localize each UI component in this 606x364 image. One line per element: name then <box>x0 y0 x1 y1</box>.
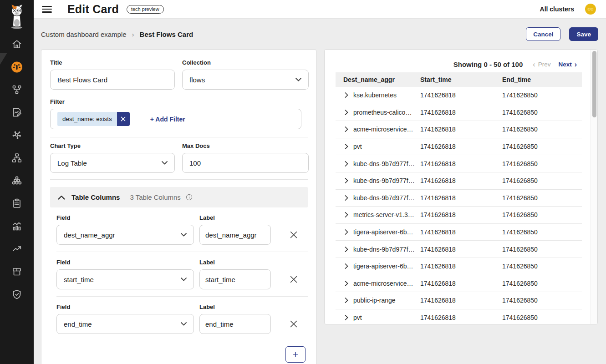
next-page-button[interactable]: Next › <box>558 61 577 68</box>
table-row[interactable]: kube-dns-9b7d977f… 1741626818 1741626850 <box>336 241 582 258</box>
sitemap-icon[interactable] <box>11 152 23 164</box>
chevron-down-icon <box>181 233 187 237</box>
calico-cat-logo[interactable] <box>5 4 29 30</box>
table-row[interactable]: pvt 1741626818 1741626850 <box>336 309 582 324</box>
close-icon <box>290 231 297 238</box>
chevron-down-icon <box>162 161 168 165</box>
collection-select[interactable]: flows <box>182 70 309 90</box>
add-column-button[interactable]: + <box>285 346 306 363</box>
topbar: Edit Card tech preview All clusters CC <box>34 0 606 19</box>
table-row[interactable]: kube-dns-9b7d977f… 1741626818 1741626850 <box>336 172 582 190</box>
table-row[interactable]: prometheus-calico… 1741626818 1741626850 <box>336 104 582 121</box>
max-docs-input[interactable]: 100 <box>182 153 309 173</box>
sidebar-active-wedge <box>0 53 7 65</box>
chevron-right-icon[interactable] <box>345 92 348 98</box>
hamburger-menu-icon[interactable] <box>42 6 52 13</box>
box-icon[interactable] <box>11 266 23 278</box>
end-time-value: 1741626850 <box>502 160 582 167</box>
label-input[interactable]: dest_name_aggr <box>199 225 271 245</box>
chevron-right-icon[interactable] <box>345 178 348 183</box>
card-editor-panel: Title Best Flows Card Collection flows F… <box>41 49 316 364</box>
start-time-value: 1741626818 <box>420 126 502 133</box>
chevron-right-icon: › <box>575 61 577 68</box>
breadcrumb-parent[interactable]: Custom dashboard example <box>41 30 127 38</box>
bar-chart-icon[interactable] <box>11 220 23 232</box>
avatar[interactable]: CC <box>585 4 596 15</box>
column-header-dest-name-aggr[interactable]: Dest_name_aggr <box>336 76 420 83</box>
start-time-value: 1741626818 <box>420 228 502 236</box>
start-time-value: 1741626818 <box>420 246 502 253</box>
table-body: kse.kubernetes 1741626818 1741626850 pro… <box>336 87 582 324</box>
title-input[interactable]: Best Flows Card <box>50 70 175 90</box>
filter-input[interactable]: dest_name: exists + Add Filter <box>50 109 301 129</box>
table-row[interactable]: kube-dns-9b7d977f… 1741626818 1741626850 <box>336 190 582 207</box>
chevron-right-icon[interactable] <box>345 247 348 252</box>
field-select[interactable]: dest_name_aggr <box>56 225 194 245</box>
table-row[interactable]: tigera-apiserver-6b… 1741626818 17416268… <box>336 224 582 241</box>
report-edit-icon[interactable] <box>11 106 23 118</box>
table-row[interactable]: kube-dns-9b7d977f… 1741626818 1741626850 <box>336 155 582 172</box>
chevron-right-icon[interactable] <box>345 281 348 286</box>
chevron-right-icon[interactable] <box>345 110 348 115</box>
end-time-value: 1741626850 <box>502 228 582 236</box>
tech-preview-badge: tech preview <box>127 5 164 14</box>
column-header-start-time[interactable]: Start_time <box>420 76 502 83</box>
table-row[interactable]: acme-microservice… 1741626818 1741626850 <box>336 275 582 293</box>
clipboard-icon[interactable] <box>11 197 23 209</box>
table-row[interactable]: kse.kubernetes 1741626818 1741626850 <box>336 87 582 104</box>
chevron-right-icon[interactable] <box>345 229 348 235</box>
save-button[interactable]: Save <box>569 27 598 41</box>
trend-arrow-icon[interactable] <box>11 243 23 255</box>
start-time-value: 1741626818 <box>420 177 502 184</box>
scrollbar-track[interactable] <box>591 50 597 324</box>
table-row[interactable]: acme-microservice… 1741626818 1741626850 <box>336 121 582 138</box>
chevron-right-icon[interactable] <box>345 212 348 217</box>
table-row[interactable]: tigera-apiserver-6b… 1741626818 17416268… <box>336 258 582 275</box>
chevron-right-icon[interactable] <box>345 315 348 320</box>
service-graph-icon[interactable] <box>11 84 23 96</box>
table-row[interactable]: public-ip-range 1741626818 1741626850 <box>336 292 582 309</box>
chevron-right-icon[interactable] <box>345 126 348 132</box>
start-time-value: 1741626818 <box>420 280 502 287</box>
table-columns-accordion[interactable]: Table Columns 3 Table Columns <box>50 187 308 207</box>
remove-column-button[interactable] <box>290 225 297 245</box>
preview-table: Dest_name_aggr Start_time End_time kse.k… <box>336 72 582 324</box>
label-input[interactable]: start_time <box>199 269 271 289</box>
cancel-button[interactable]: Cancel <box>526 27 560 41</box>
chevron-right-icon[interactable] <box>345 161 348 167</box>
connections-graph-icon[interactable] <box>11 129 23 141</box>
scrollbar-thumb[interactable] <box>592 51 596 117</box>
table-row[interactable]: metrics-server-v1.3… 1741626818 17416268… <box>336 207 582 224</box>
shield-check-icon[interactable] <box>11 288 23 300</box>
field-select[interactable]: end_time <box>56 314 194 334</box>
card-preview-panel: Showing 0 - 50 of 100 ‹ Prev Next › Dest… <box>324 49 598 324</box>
remove-column-button[interactable] <box>290 314 297 334</box>
label-label: Label <box>199 259 271 266</box>
dest-name-aggr-value: kube-dns-9b7d977f… <box>353 177 415 184</box>
label-input[interactable]: end_time <box>199 314 271 334</box>
end-time-value: 1741626850 <box>502 211 582 218</box>
chevron-right-icon[interactable] <box>345 263 348 269</box>
chevron-right-icon[interactable] <box>345 144 348 149</box>
table-row[interactable]: pvt 1741626818 1741626850 <box>336 138 582 156</box>
add-filter-button[interactable]: + Add Filter <box>150 116 185 123</box>
chart-type-label: Chart Type <box>50 142 175 149</box>
chevron-right-icon[interactable] <box>345 195 348 201</box>
dashboards-gauge-icon[interactable] <box>11 61 23 73</box>
field-select[interactable]: start_time <box>56 269 194 289</box>
home-icon[interactable] <box>11 38 23 50</box>
chart-type-select[interactable]: Log Table <box>50 153 175 173</box>
cluster-nodes-icon[interactable] <box>11 175 23 187</box>
chevron-right-icon[interactable] <box>345 298 348 303</box>
info-icon[interactable] <box>185 193 193 201</box>
remove-column-button[interactable] <box>290 269 297 289</box>
page-head: Custom dashboard example › Best Flows Ca… <box>41 27 598 41</box>
dest-name-aggr-value: metrics-server-v1.3… <box>353 211 414 218</box>
start-time-value: 1741626818 <box>420 160 502 167</box>
column-header-end-time[interactable]: End_time <box>502 76 582 83</box>
cluster-selector[interactable]: All clusters <box>540 5 574 13</box>
start-time-value: 1741626818 <box>420 314 502 321</box>
remove-filter-button[interactable] <box>117 112 130 126</box>
start-time-value: 1741626818 <box>420 297 502 304</box>
prev-page-button[interactable]: ‹ Prev <box>533 61 550 68</box>
